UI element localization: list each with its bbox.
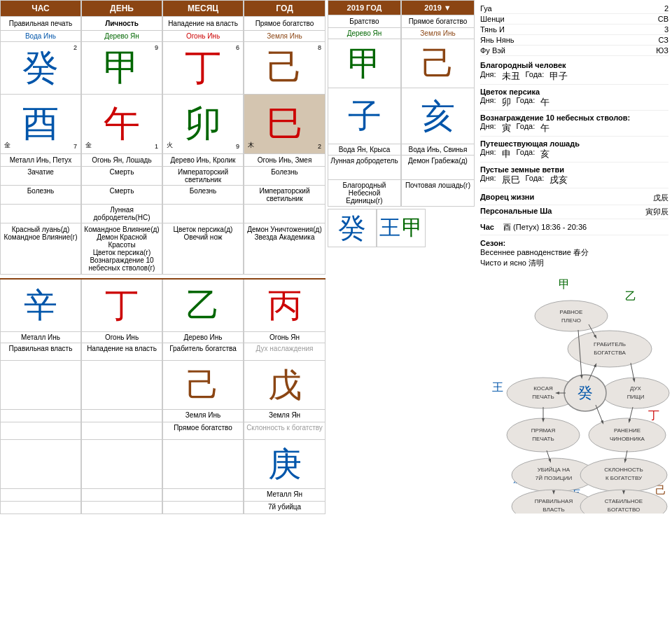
year2019-col1-earth-element: Вода Ян, Крыса [328, 144, 401, 156]
diagram-char-wang: 王 [492, 381, 503, 393]
season-title: Сезон: [480, 239, 668, 247]
lower-p6-char: 戊 [268, 363, 302, 408]
season-line2: Чисто и ясно 清明 [480, 258, 668, 268]
day-extra0: Лунная добродетель(НС) [81, 205, 162, 223]
year-element: Земля Инь [244, 31, 326, 42]
month-heavenstem-char: 丁 [185, 43, 221, 92]
lower-p3-char: 乙 [186, 283, 220, 328]
noble-day-char: 未丑 [502, 70, 520, 83]
lower-p7-star: 7й убийца [244, 502, 326, 514]
year-title: Прямое богатство [244, 17, 326, 31]
hour-info-title: Час [480, 223, 494, 231]
hour-earthbranch-char: 酉 [22, 99, 59, 149]
noble-year-label: Года: [526, 70, 545, 83]
peach-title: Цветок персика [480, 88, 668, 96]
shenzi-value: СВ [658, 15, 668, 23]
node-robber-line1: ГРАБИТЕЛЬ [594, 341, 626, 347]
year2019-col2-earth-char: 亥 [421, 94, 455, 139]
month-extras: Цветок персика(д) Овечий нож [162, 223, 244, 275]
month-element: Огонь Инь [162, 31, 244, 42]
lower-p2-sub-star [81, 422, 162, 440]
year2019-header2: 2019 ▼ [401, 0, 475, 15]
lower-p2-sub2-el [81, 489, 162, 502]
empty-day-label: Дня: [480, 174, 496, 186]
empty-day-char: 辰巳 [502, 174, 520, 186]
lower-p1-char: 辛 [24, 283, 57, 328]
sha-value: 寅卯辰 [645, 207, 668, 217]
month-earthbranch-cell: 火 卯 9 [162, 95, 244, 154]
lower-p3-element: Дерево Инь [162, 332, 244, 343]
yannian-label: Янь Нянь [480, 36, 514, 44]
lower-p4-sub2-cell: 庚 [244, 440, 326, 489]
hour-earthbranch-cell: 金 酉 7 [0, 95, 81, 154]
day-earthbranch-char: 午 [104, 99, 140, 149]
node-wound-line2: ЧИНОВНИКА [610, 436, 645, 442]
year2019-col2-char: 己 [421, 41, 455, 86]
year2019-col1-char-cell: 甲 [328, 39, 401, 88]
yannian-value: СЗ [659, 36, 668, 44]
diagram-char-yi: 乙 [625, 290, 636, 302]
year-earth-sublabel: 木 [248, 141, 254, 150]
diagram-svg: 甲 乙 丙 丁 庚 辛 戊 己 王 РАВНОЕ ПЛЕЧО ГРАБИТЕЛЬ [480, 275, 672, 514]
year2019-header1: 2019 ГОД [328, 0, 401, 15]
year-earthbranch-cell: 木 巳 2 [244, 95, 326, 154]
day-heavenstem-char: 甲 [104, 43, 140, 92]
hour-title: Правильная печать [0, 17, 81, 31]
lower-p4-star: Дух наслаждения [244, 343, 326, 361]
diagram-center-char: 癸 [578, 384, 593, 401]
svg-line-22 [596, 405, 603, 422]
peach-day-label: Дня: [480, 96, 496, 109]
svg-point-2 [602, 378, 669, 408]
year-heavenstem-num: 8 [318, 44, 321, 51]
lower-p1-sub2 [0, 440, 81, 489]
year2019-col1-title: Братство [328, 15, 401, 28]
node-direct-line1: ПРЯМАЯ [531, 427, 556, 434]
peach-year-label: Года: [517, 96, 536, 109]
lower-p5-char: 己 [186, 363, 220, 408]
node-power-line1: ПРАВИЛЬНАЯ [535, 498, 573, 504]
reward-year-char: 午 [540, 122, 550, 135]
empty-title: Пустые земные ветви [480, 165, 668, 174]
year2019-col1-earth-char: 子 [348, 94, 382, 139]
year-earth-num: 2 [318, 143, 321, 150]
lower-p1-char-cell: 辛 [0, 280, 81, 332]
year-extras: Демон Уничтожения(д) Звезда Академика [244, 223, 326, 275]
diagram-char-jia: 甲 [559, 278, 570, 290]
lower-p5-star: Прямое богатство [162, 422, 244, 440]
year2019-col2-earth-element: Вода Инь, Свинья [401, 144, 475, 156]
hour-star2: Болезнь [0, 186, 81, 205]
lower-p1-sub-cell [0, 361, 81, 410]
lower-p2-char-cell: 丁 [81, 280, 162, 332]
reward-day-label: Дня: [480, 122, 496, 135]
year2019-col1-star2: Благородный Небесной Единицы(г) [328, 180, 401, 207]
year-earthbranch-char: 巳 [267, 99, 303, 149]
node-spirit-line1: ДУХ [630, 385, 642, 392]
empty-year-label: Года: [526, 174, 545, 186]
hour-element: Вода Инь [0, 31, 81, 42]
hour-earth-sublabel: 金 [4, 141, 10, 150]
lower-p3-sub2 [162, 440, 244, 489]
year2019-col1-star1: Лунная добродетель [328, 156, 401, 180]
noble-year-char: 甲子 [550, 70, 568, 83]
lower-p7-char: 庚 [268, 442, 302, 487]
lower-p3-sub-cell: 己 [162, 361, 244, 410]
lower-p6-element: Земля Ян [244, 410, 326, 422]
day-earth-element: Огонь Ян, Лошадь [81, 154, 162, 167]
month-heavenstem-cell: 丁 6 [162, 42, 244, 95]
hour-star1: Зачатие [0, 167, 81, 186]
node-stable-line2: БОГАТСТВО [608, 506, 640, 513]
year-earth-element: Огонь Инь, Змея [244, 154, 326, 167]
node-oblique-line1: КОСАЯ [533, 385, 553, 392]
lower-p6-star: Склонность к богатству [244, 422, 326, 440]
hour-extra0 [0, 205, 81, 223]
month-extra0 [162, 205, 244, 223]
month-earth-element: Дерево Инь, Кролик [162, 154, 244, 167]
lower-p3-star: Грабитель богатства [162, 343, 244, 361]
node-equal-line2: ПЛЕЧО [561, 317, 581, 324]
lower-p2-char: 丁 [105, 283, 139, 328]
noble-title: Благородный человек [480, 60, 668, 70]
year2019-col2-star1: Демон Грабежа(д) [401, 156, 475, 180]
lower-p1-sub2-star [0, 502, 81, 514]
noble-day-label: Дня: [480, 70, 496, 83]
peach-year-char: 午 [540, 96, 550, 109]
